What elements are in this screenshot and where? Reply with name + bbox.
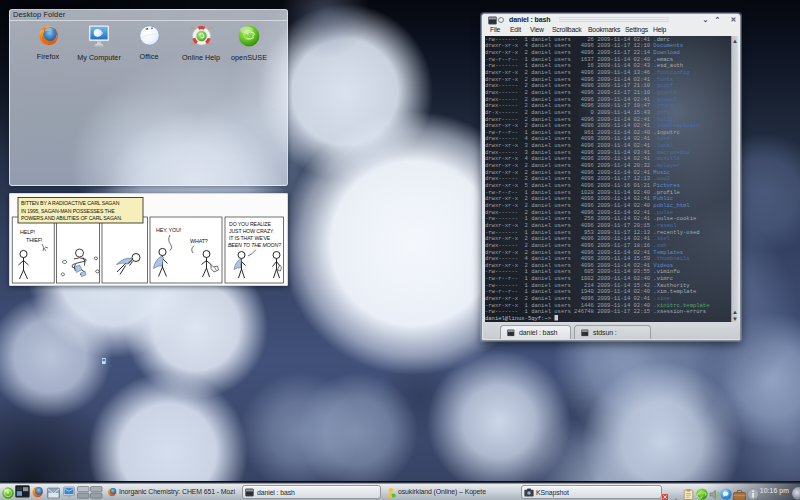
svg-text:DO YOU REALIZE: DO YOU REALIZE [229, 221, 271, 227]
svg-text:BITTEN BY A RADIOACTIVE CARL S: BITTEN BY A RADIOACTIVE CARL SAGAN [21, 200, 120, 206]
svg-text:THIEF!: THIEF! [26, 237, 43, 243]
svg-text:POWERS AND ABILITIES OF CARL S: POWERS AND ABILITIES OF CARL SAGAN. [21, 215, 122, 221]
svg-text:IN 1995, SAGAN-MAN POSSESSES T: IN 1995, SAGAN-MAN POSSESSES THE [21, 208, 115, 214]
svg-text:BEEN TO THE MOON?: BEEN TO THE MOON? [228, 242, 281, 248]
svg-text:JUST HOW CRAZY: JUST HOW CRAZY [229, 228, 274, 234]
svg-text:HEY, YOU!: HEY, YOU! [156, 227, 182, 233]
svg-text:HELP!: HELP! [20, 229, 35, 235]
svg-text:WHAT?: WHAT? [190, 238, 208, 244]
svg-text:IT IS THAT WE'VE: IT IS THAT WE'VE [229, 235, 271, 241]
